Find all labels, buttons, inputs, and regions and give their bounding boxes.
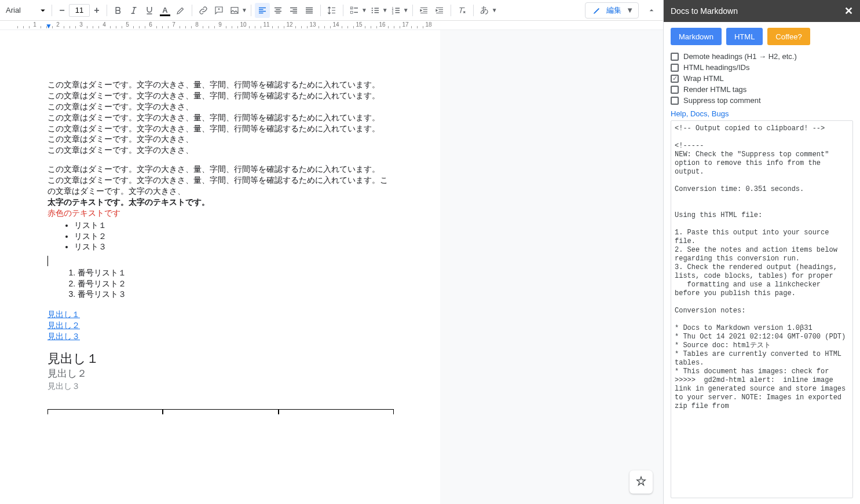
checkbox-row[interactable]: Wrap HTML xyxy=(671,73,853,84)
heading-3[interactable]: 見出し３ xyxy=(47,381,394,392)
editing-mode-button[interactable]: 編集 ▼ xyxy=(585,2,639,19)
insert-image-button[interactable] xyxy=(227,3,242,18)
checkbox-label: Wrap HTML xyxy=(683,74,724,83)
list-item[interactable]: 番号リスト１ xyxy=(78,267,394,278)
text-line[interactable]: この文章はダミーです。文字の大きさ、量、字間、行間等を確認するために入れています… xyxy=(47,175,394,197)
clear-formatting-button[interactable] xyxy=(455,3,470,18)
text-line[interactable]: この文章はダミーです。文字の大きさ、量、字間、行間等を確認するために入れています… xyxy=(47,79,394,90)
ruler-number: 6 xyxy=(149,21,152,28)
italic-button[interactable] xyxy=(126,3,141,18)
explore-button[interactable] xyxy=(630,470,653,494)
ruler-number: 13 xyxy=(309,21,316,28)
input-method-button[interactable]: あ xyxy=(477,3,492,18)
document-canvas[interactable]: この文章はダミーです。文字の大きさ、量、字間、行間等を確認するために入れています… xyxy=(0,30,663,504)
checklist-button[interactable] xyxy=(347,3,362,18)
checkbox[interactable] xyxy=(671,97,679,105)
checklist-dropdown[interactable]: ▼ xyxy=(361,7,367,13)
bold-button[interactable] xyxy=(111,3,126,18)
line-spacing-button[interactable] xyxy=(324,3,339,18)
ruler-number: 16 xyxy=(379,21,385,28)
svg-point-4 xyxy=(371,9,372,10)
font-dropdown[interactable] xyxy=(38,3,48,17)
underline-button[interactable] xyxy=(142,3,157,18)
table[interactable] xyxy=(47,409,394,414)
text-line[interactable]: 太字のテキストです。太字のテキストです。 xyxy=(47,197,394,208)
text-line[interactable]: この文章はダミーです。文字の大きさ、量、字間、行間等を確認するために入れています… xyxy=(47,164,394,175)
bullet-dropdown[interactable]: ▼ xyxy=(382,7,388,13)
heading-link[interactable]: 見出し３ xyxy=(47,331,394,342)
html-button[interactable]: HTML xyxy=(726,28,763,45)
font-name[interactable]: Arial xyxy=(3,3,37,17)
editing-mode-label: 編集 xyxy=(606,5,621,16)
svg-text:3: 3 xyxy=(391,11,393,14)
help-link[interactable]: Help, Docs, Bugs xyxy=(671,109,853,118)
heading-link[interactable]: 見出し２ xyxy=(47,320,394,331)
checkbox-row[interactable]: HTML headings/IDs xyxy=(671,62,853,73)
heading-2[interactable]: 見出し２ xyxy=(47,367,394,381)
indent-increase-button[interactable] xyxy=(432,3,447,18)
font-size-decrease[interactable]: − xyxy=(56,4,68,17)
collapse-toolbar-button[interactable] xyxy=(643,2,660,19)
list-item[interactable]: リスト３ xyxy=(74,241,394,252)
text-line[interactable]: この文章はダミーです。文字の大きさ、 xyxy=(47,134,394,145)
align-center-button[interactable] xyxy=(270,3,286,18)
document-page[interactable]: この文章はダミーです。文字の大きさ、量、字間、行間等を確認するために入れています… xyxy=(0,30,440,504)
input-method-dropdown[interactable]: ▼ xyxy=(492,7,497,13)
numbered-list[interactable]: 番号リスト１番号リスト２番号リスト３ xyxy=(47,267,394,300)
highlight-button[interactable] xyxy=(173,3,188,18)
text-color-button[interactable]: A xyxy=(158,3,173,18)
ruler-number: 9 xyxy=(218,21,222,28)
sidebar-header: Docs to Markdown ✕ xyxy=(664,0,860,22)
checkbox-row[interactable]: Suppress top comment xyxy=(671,95,853,106)
pencil-icon xyxy=(592,6,602,15)
list-item[interactable]: リスト２ xyxy=(74,231,394,242)
text-line[interactable]: この文章はダミーです。文字の大きさ、 xyxy=(47,145,394,156)
output-textarea[interactable]: <!-- Output copied to clipboard! --> <!-… xyxy=(671,120,853,498)
ruler-number: 17 xyxy=(402,21,408,28)
svg-rect-2 xyxy=(350,11,353,13)
text-line[interactable]: この文章はダミーです。文字の大きさ、 xyxy=(47,101,394,112)
font-size-input[interactable] xyxy=(69,4,90,17)
bullet-list-button[interactable] xyxy=(368,3,383,18)
checkbox[interactable] xyxy=(671,64,679,72)
ruler-number: 1 xyxy=(33,21,36,28)
ruler-number: 14 xyxy=(332,21,339,28)
horizontal-ruler[interactable]: 123456789101112131415161718 ▼ xyxy=(0,21,663,30)
align-justify-button[interactable] xyxy=(302,3,317,18)
sidebar-title: Docs to Markdown xyxy=(671,6,738,16)
align-right-button[interactable] xyxy=(286,3,301,18)
checkbox[interactable] xyxy=(671,86,679,94)
align-left-button[interactable] xyxy=(255,3,270,18)
numbered-dropdown[interactable]: ▼ xyxy=(403,7,409,13)
bullet-list[interactable]: リスト１リスト２リスト３ xyxy=(47,220,394,253)
indent-decrease-button[interactable] xyxy=(416,3,431,18)
checkbox[interactable] xyxy=(671,53,679,61)
toolbar: Arial − + A ▼ xyxy=(0,0,663,21)
coffee-button[interactable]: Coffee? xyxy=(767,28,810,45)
ruler-number: 8 xyxy=(195,21,199,28)
numbered-list-button[interactable]: 123 xyxy=(389,3,404,18)
first-line-indent-marker[interactable]: ▼ xyxy=(45,22,52,30)
markdown-button[interactable]: Markdown xyxy=(671,28,722,45)
insert-link-button[interactable] xyxy=(196,3,211,18)
close-button[interactable]: ✕ xyxy=(844,5,853,17)
text-line[interactable]: この文章はダミーです。文字の大きさ、量、字間、行間等を確認するために入れています… xyxy=(47,90,394,101)
insert-comment-button[interactable] xyxy=(211,3,226,18)
heading-link[interactable]: 見出し１ xyxy=(47,309,394,320)
list-item[interactable]: リスト１ xyxy=(74,220,394,231)
ruler-number: 3 xyxy=(79,21,83,28)
checkbox-row[interactable]: Demote headings (H1 → H2, etc.) xyxy=(671,51,853,62)
list-item[interactable]: 番号リスト３ xyxy=(78,289,394,300)
font-size-increase[interactable]: + xyxy=(90,4,103,17)
text-line[interactable]: この文章はダミーです。文字の大きさ、量、字間、行間等を確認するために入れています… xyxy=(47,112,394,123)
checkbox-row[interactable]: Render HTML tags xyxy=(671,84,853,95)
checkbox[interactable] xyxy=(671,75,679,83)
ruler-number: 5 xyxy=(126,21,129,28)
text-line[interactable]: 赤色のテキストです xyxy=(47,208,394,219)
list-item[interactable]: 番号リスト２ xyxy=(78,278,394,289)
heading-1[interactable]: 見出し１ xyxy=(47,350,394,367)
chevron-down-icon: ▼ xyxy=(626,6,634,14)
text-line[interactable]: この文章はダミーです。文字の大きさ、量、字間、行間等を確認するために入れています… xyxy=(47,123,394,134)
image-dropdown[interactable]: ▼ xyxy=(241,7,247,13)
ruler-number: 18 xyxy=(425,21,431,28)
